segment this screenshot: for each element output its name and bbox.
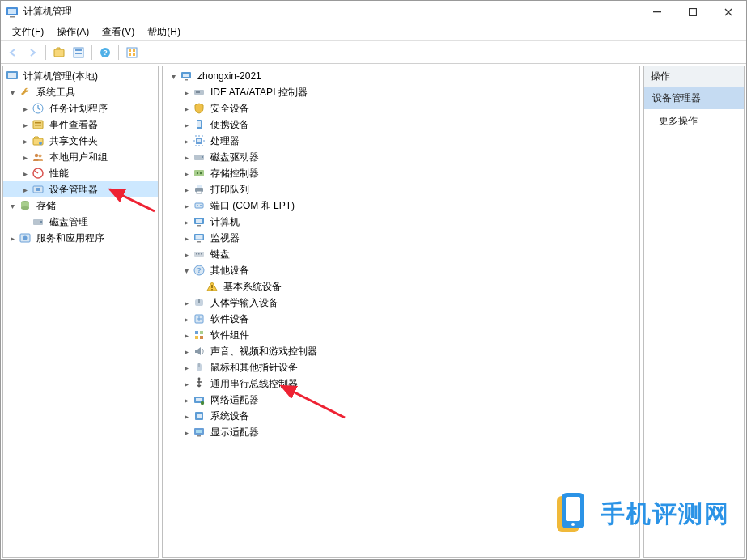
device-category[interactable]: ▸端口 (COM 和 LPT) <box>163 197 639 214</box>
device-category[interactable]: ▸通用串行总线控制器 <box>163 375 639 392</box>
tree-root[interactable]: 计算机管理(本地) <box>3 68 158 84</box>
chevron-right-icon[interactable]: ▸ <box>180 426 192 438</box>
chevron-right-icon[interactable]: ▸ <box>19 168 31 179</box>
chevron-right-icon[interactable]: ▸ <box>180 135 192 146</box>
chevron-right-icon[interactable]: ▸ <box>180 362 192 373</box>
computer-mgmt-icon <box>6 70 19 83</box>
device-category[interactable]: ▸计算机 <box>163 214 639 230</box>
device-category[interactable]: ▸IDE ATA/ATAPI 控制器 <box>163 84 639 100</box>
device-category[interactable]: ▸声音、视频和游戏控制器 <box>163 343 639 359</box>
menu-file[interactable]: 文件(F) <box>6 23 50 40</box>
chevron-right-icon[interactable]: ▸ <box>19 135 31 146</box>
event-viewer-icon <box>32 118 45 131</box>
tree-item[interactable]: ▸性能 <box>3 165 158 181</box>
tree-item[interactable]: ▸本地用户和组 <box>3 149 158 165</box>
menu-help[interactable]: 帮助(H) <box>141 23 187 40</box>
chevron-right-icon[interactable]: ▸ <box>180 200 192 211</box>
device-category[interactable]: ▸系统设备 <box>163 408 639 424</box>
tree-item[interactable]: ▸事件查看器 <box>3 117 158 133</box>
device-category[interactable]: ▸键盘 <box>163 246 639 262</box>
tree-storage[interactable]: ▾ 存储 <box>3 197 158 214</box>
chevron-right-icon[interactable]: ▸ <box>180 394 192 405</box>
svg-point-82 <box>201 401 204 405</box>
chevron-right-icon[interactable]: ▸ <box>180 248 192 260</box>
device-category[interactable]: ▸安全设备 <box>163 100 639 117</box>
chevron-right-icon[interactable]: ▸ <box>180 119 192 130</box>
chevron-right-icon[interactable]: ▸ <box>6 232 18 244</box>
svg-rect-87 <box>197 435 201 437</box>
device-root[interactable]: ▾ zhongxin-2021 <box>163 68 639 84</box>
chevron-right-icon[interactable]: ▸ <box>19 119 31 130</box>
device-category[interactable]: ▸监视器 <box>163 230 639 246</box>
chevron-right-icon[interactable]: ▸ <box>180 346 192 357</box>
view-button[interactable] <box>123 44 141 62</box>
toolbar: ? <box>1 41 746 64</box>
chevron-right-icon[interactable]: ▸ <box>180 168 192 179</box>
device-item[interactable]: 基本系统设备 <box>163 278 639 295</box>
content-area: 计算机管理(本地) ▾ 系统工具 ▸任务计划程序▸事件查看器▸共享文件夹▸本地用… <box>1 64 746 559</box>
device-category[interactable]: ▾?其他设备 <box>163 262 639 278</box>
shared-folders-icon <box>32 134 45 147</box>
tree-item[interactable]: ▸共享文件夹 <box>3 133 158 149</box>
svg-text:?: ? <box>103 49 108 57</box>
tree-label: 声音、视频和游戏控制器 <box>208 344 320 359</box>
chevron-right-icon[interactable]: ▸ <box>180 151 192 163</box>
device-category[interactable]: ▸鼠标和其他指针设备 <box>163 359 639 375</box>
chevron-right-icon[interactable]: ▸ <box>180 297 192 308</box>
device-category[interactable]: ▸处理器 <box>163 133 639 149</box>
tree-label: 本地用户和组 <box>47 150 110 165</box>
chevron-right-icon[interactable]: ▸ <box>180 216 192 227</box>
forward-button[interactable] <box>23 44 41 62</box>
device-category[interactable]: ▸软件组件 <box>163 327 639 343</box>
chevron-right-icon[interactable]: ▸ <box>180 103 192 114</box>
maximize-button[interactable] <box>675 1 711 23</box>
window-controls <box>639 1 746 23</box>
menu-action[interactable]: 操作(A) <box>50 23 95 40</box>
chevron-down-icon[interactable]: ▾ <box>168 70 179 82</box>
chevron-right-icon[interactable]: ▸ <box>180 378 192 389</box>
tree-item[interactable]: ▸任务计划程序 <box>3 100 158 117</box>
svg-rect-68 <box>211 285 212 288</box>
device-category[interactable]: ▸便携设备 <box>163 117 639 133</box>
svg-rect-74 <box>200 331 203 334</box>
device-category[interactable]: ▸网络适配器 <box>163 392 639 408</box>
chevron-right-icon[interactable]: ▸ <box>180 184 192 195</box>
back-button[interactable] <box>4 44 22 62</box>
minimize-button[interactable] <box>639 1 675 23</box>
chevron-down-icon[interactable]: ▾ <box>6 200 18 211</box>
chevron-right-icon[interactable]: ▸ <box>180 410 192 422</box>
tree-system-tools[interactable]: ▾ 系统工具 <box>3 84 158 100</box>
device-category[interactable]: ▸人体学输入设备 <box>163 295 639 311</box>
svg-rect-17 <box>8 73 16 78</box>
chevron-right-icon[interactable]: ▸ <box>180 329 192 341</box>
chevron-right-icon[interactable]: ▸ <box>180 87 192 98</box>
device-category[interactable]: ▸打印队列 <box>163 181 639 197</box>
left-tree: 计算机管理(本地) ▾ 系统工具 ▸任务计划程序▸事件查看器▸共享文件夹▸本地用… <box>3 66 158 248</box>
properties-button[interactable] <box>70 44 87 62</box>
device-category[interactable]: ▸显示适配器 <box>163 424 639 440</box>
device-category[interactable]: ▸磁盘驱动器 <box>163 149 639 165</box>
tree-item[interactable]: ▸设备管理器 <box>3 181 158 197</box>
tree-disk-mgmt[interactable]: 磁盘管理 <box>3 214 158 230</box>
tree-services[interactable]: ▸ 服务和应用程序 <box>3 230 158 246</box>
tree-label: 性能 <box>47 166 71 181</box>
tree-label: 打印队列 <box>208 182 252 197</box>
svg-rect-52 <box>197 191 202 193</box>
chevron-down-icon[interactable]: ▾ <box>180 265 192 276</box>
svg-rect-38 <box>185 79 188 81</box>
actions-context[interactable]: 设备管理器 <box>644 87 744 109</box>
chevron-right-icon[interactable]: ▸ <box>19 103 31 114</box>
close-button[interactable] <box>711 1 746 23</box>
chevron-right-icon[interactable]: ▸ <box>180 313 192 325</box>
ide-icon <box>193 86 206 99</box>
up-button[interactable] <box>50 44 68 62</box>
chevron-right-icon[interactable]: ▸ <box>19 184 31 195</box>
device-category[interactable]: ▸软件设备 <box>163 311 639 327</box>
chevron-right-icon[interactable]: ▸ <box>19 151 31 163</box>
device-category[interactable]: ▸存储控制器 <box>163 165 639 181</box>
help-button[interactable]: ? <box>96 44 114 62</box>
chevron-down-icon[interactable]: ▾ <box>6 87 18 98</box>
actions-more[interactable]: 更多操作 <box>644 109 744 133</box>
chevron-right-icon[interactable]: ▸ <box>180 232 192 244</box>
menu-view[interactable]: 查看(V) <box>95 23 141 40</box>
